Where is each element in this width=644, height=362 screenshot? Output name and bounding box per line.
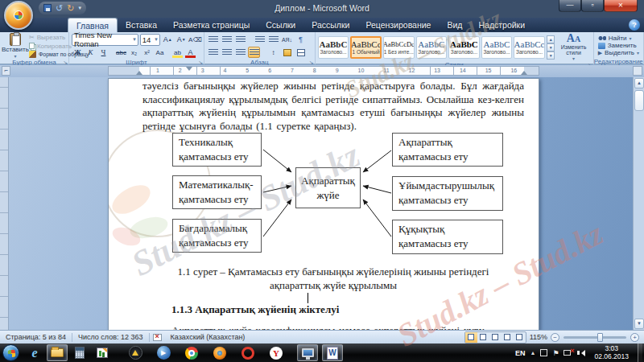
gallery-up-button[interactable]: ▲ xyxy=(547,35,555,43)
flag-icon[interactable]: ⚑ xyxy=(552,349,559,357)
web-layout-view-button[interactable] xyxy=(489,332,502,343)
grow-font-button[interactable]: А▲ xyxy=(162,34,174,45)
taskbar-chrome[interactable] xyxy=(181,344,202,361)
style-normal-selected[interactable]: AaBbCc 1 Обычный xyxy=(350,36,382,59)
show-desktop-button[interactable] xyxy=(638,343,642,362)
style-heading1[interactable]: AaBbC Заголово... xyxy=(318,36,349,59)
start-button[interactable] xyxy=(2,344,19,361)
scroll-up-button[interactable]: ▲ xyxy=(634,78,644,88)
speaker-icon[interactable] xyxy=(577,350,585,356)
shrink-font-button[interactable]: А▼ xyxy=(175,34,188,45)
tab-addins[interactable]: Надстройки xyxy=(470,18,533,32)
diagram-box-organizational[interactable]: Ұйымдастырушылық қамтамасыз ету xyxy=(392,176,503,211)
change-styles-button[interactable]: АА Изменить стили ▾ xyxy=(555,33,591,61)
taskbar-media-player[interactable]: ▶ xyxy=(153,344,174,361)
minimize-button[interactable]: — xyxy=(559,0,581,12)
close-button[interactable]: × xyxy=(604,0,638,12)
outline-view-button[interactable] xyxy=(502,332,514,343)
change-case-button[interactable]: Aa xyxy=(154,47,166,58)
ruler-toggle-button[interactable] xyxy=(633,66,642,76)
taskbar-monitor-app[interactable] xyxy=(297,344,318,361)
diagram-box-mathematical[interactable]: Математикалық- қамтамасыз ету xyxy=(172,175,262,209)
diagram-box-technical[interactable]: Техникалық қамтамасыз ету xyxy=(172,133,262,167)
tab-selector[interactable]: ⌐ xyxy=(2,66,10,76)
align-left-button[interactable] xyxy=(207,47,219,58)
body-paragraph[interactable]: тәуелсіз бағыныңқы жүйелер жиыны ретінде… xyxy=(142,80,524,133)
diagram-box-information-system[interactable]: Ақпараттық жүйе xyxy=(295,167,361,208)
left-indent-marker[interactable] xyxy=(136,71,142,75)
print-layout-view-button[interactable] xyxy=(465,332,477,343)
zoom-out-button[interactable]: − xyxy=(551,333,559,342)
font-name-combo[interactable]: Times New Roman▾ xyxy=(72,34,138,46)
action-center-icon[interactable] xyxy=(540,349,547,356)
highlight-button[interactable]: ab xyxy=(171,47,184,58)
fullscreen-view-button[interactable] xyxy=(477,332,489,343)
gallery-down-button[interactable]: ▼ xyxy=(547,43,555,51)
show-marks-button[interactable]: ¶ xyxy=(295,34,307,45)
document-page[interactable]: тәуелсіз бағыныңқы жүйелер жиыны ретінде… xyxy=(108,78,539,330)
sort-button[interactable]: АЯ↓ xyxy=(281,34,293,45)
word-count[interactable]: Число слов: 12 363 xyxy=(72,333,149,341)
shading-button[interactable] xyxy=(281,47,293,58)
vertical-ruler[interactable] xyxy=(0,77,9,330)
scroll-down-button[interactable]: ▼ xyxy=(634,319,644,329)
taskbar-aimp[interactable] xyxy=(125,344,146,361)
strikethrough-button[interactable]: abc xyxy=(115,47,127,58)
paste-button[interactable]: Вставить ▾ xyxy=(2,33,29,59)
taskbar-explorer[interactable] xyxy=(47,344,68,361)
diagram-box-legal[interactable]: Құқықтық қамтамасыз ету xyxy=(392,220,503,254)
subscript-button[interactable]: x₂ xyxy=(128,47,140,58)
clear-formatting-button[interactable]: А⌫ xyxy=(189,34,201,45)
zoom-in-button[interactable]: + xyxy=(630,333,639,342)
tab-page-layout[interactable]: Разметка страницы xyxy=(165,18,258,32)
gallery-more-button[interactable]: ▼ xyxy=(547,51,555,60)
style-heading3[interactable]: AaBbC Заголово... xyxy=(448,36,480,59)
maximize-button[interactable]: ▫ xyxy=(581,0,604,12)
italic-button[interactable]: К xyxy=(85,47,97,58)
zoom-thumb[interactable] xyxy=(597,333,603,342)
diagram-box-software[interactable]: Бағдарламалық қамтамасыз ету xyxy=(172,219,262,253)
taskbar-image-editor[interactable] xyxy=(92,344,113,361)
taskbar-firefox[interactable] xyxy=(209,344,230,361)
select-button[interactable]: ▶ Выделить▾ xyxy=(598,49,639,56)
tab-view[interactable]: Вид xyxy=(439,18,470,32)
diagram-box-information[interactable]: Ақпараттық қамтамасыз ету xyxy=(392,133,503,167)
zoom-track[interactable] xyxy=(564,336,626,339)
decrease-indent-button[interactable] xyxy=(254,34,266,45)
section-heading[interactable]: 1.1.3 Ақпараттық жүйенің жіктелуі xyxy=(142,303,524,316)
office-button[interactable] xyxy=(4,1,33,30)
style-no-spacing[interactable]: AaBbCcDc 1 Без инте... xyxy=(383,36,415,59)
scrollbar-thumb[interactable] xyxy=(634,90,644,111)
bold-button[interactable]: Ж xyxy=(72,47,84,58)
taskbar-word[interactable]: W xyxy=(322,344,343,361)
language-bar[interactable]: EN xyxy=(515,349,526,357)
find-button[interactable]: Найти▾ xyxy=(598,35,639,42)
network-icon[interactable]: × xyxy=(564,349,572,356)
increase-indent-button[interactable] xyxy=(267,34,279,45)
draft-view-button[interactable] xyxy=(514,332,526,343)
taskbar-opera[interactable] xyxy=(237,344,258,361)
vertical-scrollbar[interactable]: ▲ ▼ xyxy=(633,77,644,330)
align-right-button[interactable] xyxy=(234,47,246,58)
justify-button[interactable] xyxy=(248,47,260,58)
font-color-button[interactable]: А xyxy=(184,47,196,58)
style-heading4[interactable]: AaBbC Заголово... xyxy=(481,36,513,59)
tab-references[interactable]: Ссылки xyxy=(258,18,303,32)
first-line-indent-marker[interactable] xyxy=(186,67,192,71)
numbering-button[interactable] xyxy=(221,34,233,45)
next-paragraph[interactable]: Ақпараттық жүйе классификациясы немесе а… xyxy=(142,324,524,330)
help-button[interactable]: ? xyxy=(629,19,640,31)
taskbar-yandex[interactable]: Y xyxy=(266,344,287,361)
tab-review[interactable]: Рецензирование xyxy=(357,18,439,32)
language-indicator[interactable]: Казахский (Казахстан) xyxy=(165,333,251,341)
bullets-button[interactable] xyxy=(207,34,219,45)
tab-mailings[interactable]: Рассылки xyxy=(303,18,357,32)
style-heading5[interactable]: AaBbCc Заголово... xyxy=(514,36,545,59)
align-center-button[interactable] xyxy=(221,47,233,58)
taskbar-internet-explorer[interactable]: e xyxy=(24,344,45,361)
page-indicator[interactable]: Страница: 5 из 84 xyxy=(0,333,72,341)
replace-button[interactable]: Заменить xyxy=(598,42,639,49)
spellcheck-icon[interactable] xyxy=(153,334,162,341)
tray-expand-icon[interactable]: ▲ xyxy=(530,350,535,356)
borders-button[interactable] xyxy=(295,47,307,58)
